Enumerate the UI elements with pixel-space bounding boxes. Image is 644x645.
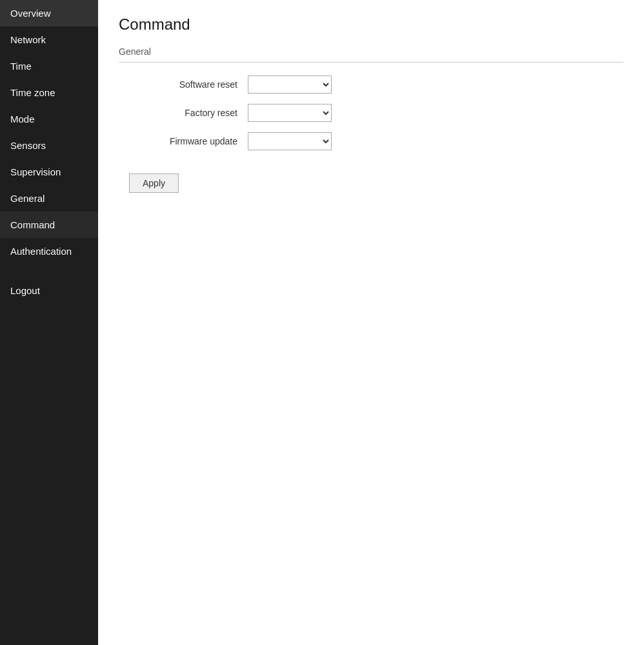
form-group-firmware-update: Firmware update [119,132,623,150]
label-software-reset: Software reset [119,79,248,90]
sidebar-logout-item[interactable]: Logout [0,277,98,304]
sidebar-item-sensors[interactable]: Sensors [0,132,98,159]
main-content: Command General Software resetFactory re… [98,0,644,645]
sidebar-item-supervision[interactable]: Supervision [0,159,98,185]
form-group-software-reset: Software reset [119,75,623,94]
select-factory-reset[interactable] [248,104,332,122]
sidebar-item-command[interactable]: Command [0,212,98,238]
sidebar: OverviewNetworkTimeTime zoneModeSensorsS… [0,0,98,645]
sidebar-item-overview[interactable]: Overview [0,0,98,26]
sidebar-item-authentication[interactable]: Authentication [0,238,98,264]
sidebar-nav: OverviewNetworkTimeTime zoneModeSensorsS… [0,0,98,264]
form-fields: Software resetFactory resetFirmware upda… [119,75,623,150]
label-factory-reset: Factory reset [119,108,248,118]
sidebar-item-time[interactable]: Time [0,53,98,79]
section-title: General [119,46,623,63]
select-software-reset[interactable] [248,75,332,94]
sidebar-item-timezone[interactable]: Time zone [0,79,98,106]
sidebar-item-general[interactable]: General [0,185,98,212]
apply-button[interactable]: Apply [129,174,179,193]
page-title: Command [119,15,623,34]
label-firmware-update: Firmware update [119,136,248,146]
form-group-factory-reset: Factory reset [119,104,623,122]
sidebar-item-network[interactable]: Network [0,26,98,53]
sidebar-item-mode[interactable]: Mode [0,106,98,132]
select-firmware-update[interactable] [248,132,332,150]
